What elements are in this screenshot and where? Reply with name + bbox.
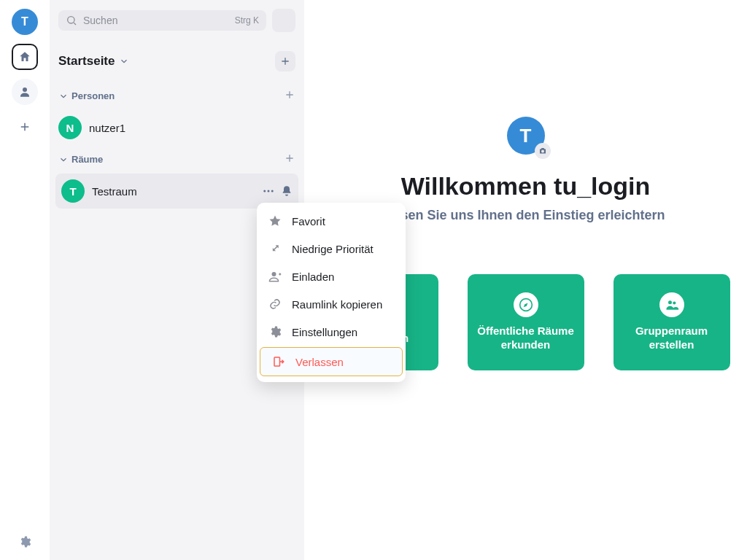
card-create-room[interactable]: Gruppenraum erstellen bbox=[614, 274, 730, 370]
rail-settings-button[interactable] bbox=[18, 535, 31, 551]
svg-point-7 bbox=[668, 300, 672, 304]
plus-icon bbox=[284, 89, 295, 101]
user-avatar[interactable]: T bbox=[12, 9, 38, 35]
welcome-title: Willkommen tu_login bbox=[401, 172, 651, 201]
group-icon bbox=[659, 292, 684, 317]
menu-low-priority[interactable]: Niedrige Priorität bbox=[257, 235, 406, 262]
arrow-down-icon bbox=[268, 242, 282, 255]
star-icon bbox=[268, 214, 282, 228]
menu-label: Einladen bbox=[292, 271, 334, 283]
bell-icon[interactable] bbox=[281, 185, 293, 197]
menu-label: Einstellungen bbox=[292, 326, 357, 338]
menu-label: Niedrige Priorität bbox=[292, 243, 374, 255]
svg-point-1 bbox=[68, 17, 74, 23]
svg-point-0 bbox=[23, 88, 27, 92]
chevron-down-icon bbox=[119, 56, 129, 66]
menu-leave[interactable]: Verlassen bbox=[260, 347, 403, 376]
home-icon bbox=[18, 50, 31, 63]
gear-icon bbox=[268, 325, 282, 338]
search-icon bbox=[66, 15, 77, 26]
people-add-button[interactable] bbox=[284, 89, 295, 103]
chevron-down-icon bbox=[58, 91, 69, 101]
search-placeholder: Suchen bbox=[83, 15, 117, 26]
menu-label: Favorit bbox=[292, 215, 325, 228]
rail-home-button[interactable] bbox=[12, 44, 38, 70]
welcome-avatar-letter: T bbox=[520, 125, 532, 147]
search-shortcut: Strg K bbox=[235, 15, 259, 26]
chevron-down-icon bbox=[58, 155, 69, 165]
menu-label: Verlassen bbox=[295, 356, 344, 368]
card-label: Gruppenraum erstellen bbox=[622, 324, 721, 352]
room-item-name: Testraum bbox=[92, 185, 137, 198]
gear-icon bbox=[18, 535, 31, 548]
explore-button[interactable] bbox=[272, 9, 295, 32]
welcome-subtitle: assen Sie uns Ihnen den Einstieg erleich… bbox=[386, 208, 665, 223]
menu-invite[interactable]: Einladen bbox=[257, 262, 406, 290]
person-icon bbox=[18, 85, 31, 98]
menu-favorite[interactable]: Favorit bbox=[257, 207, 406, 235]
menu-settings[interactable]: Einstellungen bbox=[257, 318, 406, 346]
space-title[interactable]: Startseite bbox=[58, 54, 115, 69]
svg-point-5 bbox=[271, 190, 274, 192]
card-explore-rooms[interactable]: Öffentliche Räume erkunden bbox=[468, 274, 584, 370]
svg-point-4 bbox=[268, 190, 270, 192]
room-context-menu: Favorit Niedrige Priorität Einladen Raum… bbox=[257, 203, 406, 382]
plus-icon bbox=[18, 120, 31, 133]
plus-icon bbox=[284, 152, 295, 164]
leave-icon bbox=[272, 355, 285, 368]
rooms-group-label[interactable]: Räume bbox=[71, 154, 103, 165]
people-group-label[interactable]: Personen bbox=[71, 90, 115, 101]
svg-point-3 bbox=[263, 190, 266, 192]
camera-icon bbox=[538, 147, 547, 155]
menu-copy-link[interactable]: Raumlink kopieren bbox=[257, 290, 406, 318]
plus-icon bbox=[279, 55, 291, 67]
menu-label: Raumlink kopieren bbox=[292, 298, 382, 311]
invite-icon bbox=[268, 270, 282, 283]
rooms-add-button[interactable] bbox=[284, 152, 295, 166]
avatar: T bbox=[61, 179, 85, 203]
compass-icon bbox=[514, 292, 538, 317]
rail-people-button[interactable] bbox=[12, 79, 38, 105]
svg-point-9 bbox=[272, 272, 276, 276]
svg-point-8 bbox=[673, 302, 676, 305]
link-icon bbox=[268, 298, 282, 311]
svg-rect-10 bbox=[274, 357, 280, 366]
card-label: Öffentliche Räume erkunden bbox=[476, 324, 576, 352]
space-add-button[interactable] bbox=[275, 51, 295, 71]
avatar: N bbox=[58, 116, 82, 139]
upload-avatar-button[interactable] bbox=[535, 143, 551, 159]
people-item-name: nutzer1 bbox=[89, 122, 125, 134]
search-input[interactable]: Suchen Strg K bbox=[58, 10, 266, 31]
people-item[interactable]: N nutzer1 bbox=[50, 110, 304, 145]
more-icon[interactable] bbox=[262, 184, 275, 198]
rail-add-space-button[interactable] bbox=[12, 114, 38, 140]
welcome-avatar[interactable]: T bbox=[507, 117, 545, 155]
